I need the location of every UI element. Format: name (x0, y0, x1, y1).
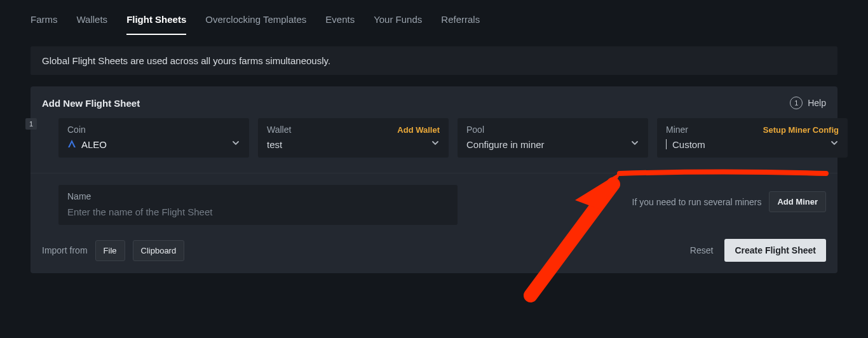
chevron-down-icon (431, 139, 440, 150)
import-label: Import from (42, 245, 88, 255)
nav-farms[interactable]: Farms (31, 10, 58, 35)
wallet-select[interactable]: Wallet Add Wallet test (258, 118, 449, 158)
panel-title: Add New Flight Sheet (42, 98, 140, 109)
pool-label: Pool (466, 125, 484, 135)
help-badge-icon: 1 (790, 97, 803, 109)
help-link[interactable]: 1 Help (790, 97, 826, 109)
chevron-down-icon (830, 139, 839, 150)
nav-your-funds[interactable]: Your Funds (374, 10, 422, 35)
reset-button[interactable]: Reset (690, 245, 714, 255)
nav-flight-sheets[interactable]: Flight Sheets (126, 10, 186, 35)
nav-events[interactable]: Events (325, 10, 355, 35)
divider (31, 173, 837, 173)
create-flight-sheet-button[interactable]: Create Flight Sheet (724, 239, 826, 262)
info-banner: Global Flight Sheets are used across all… (31, 46, 837, 75)
selector-row: Coin ALEO (58, 118, 826, 158)
coin-label: Coin (67, 125, 86, 135)
setup-miner-config-link[interactable]: Setup Miner Config (763, 125, 839, 135)
miner-value: Custom (666, 139, 705, 150)
nav-referrals[interactable]: Referrals (441, 10, 480, 35)
flight-sheet-name-input[interactable]: Name Enter the name of the Flight Sheet (58, 185, 458, 225)
chevron-down-icon (231, 139, 240, 150)
import-from: Import from File Clipboard (42, 240, 184, 261)
nav-wallets[interactable]: Wallets (77, 10, 108, 35)
nav-overclocking-templates[interactable]: Overclocking Templates (205, 10, 306, 35)
add-miner-area: If you need to run several miners Add Mi… (632, 191, 826, 212)
coin-select[interactable]: Coin ALEO (58, 118, 249, 158)
aleo-icon (67, 139, 76, 150)
name-label: Name (67, 191, 449, 201)
wallet-label: Wallet (267, 125, 291, 135)
chevron-down-icon (630, 139, 639, 150)
pool-select[interactable]: Pool Configure in miner (458, 118, 648, 158)
add-flight-sheet-panel: Add New Flight Sheet 1 Help 1 Coin (31, 86, 837, 273)
row-index-badge: 1 (25, 118, 37, 130)
top-nav: Farms Wallets Flight Sheets Overclocking… (0, 0, 868, 35)
add-wallet-link[interactable]: Add Wallet (397, 125, 440, 135)
import-file-button[interactable]: File (95, 240, 125, 261)
miner-label: Miner (666, 125, 688, 135)
coin-value: ALEO (67, 139, 107, 150)
import-clipboard-button[interactable]: Clipboard (133, 240, 185, 261)
miner-select[interactable]: Miner Setup Miner Config Custom (657, 118, 848, 158)
help-label: Help (808, 98, 826, 108)
pool-value: Configure in miner (466, 139, 545, 150)
wallet-value: test (267, 139, 282, 150)
add-miner-hint: If you need to run several miners (632, 197, 762, 207)
add-miner-button[interactable]: Add Miner (769, 191, 826, 212)
name-placeholder: Enter the name of the Flight Sheet (67, 206, 449, 217)
